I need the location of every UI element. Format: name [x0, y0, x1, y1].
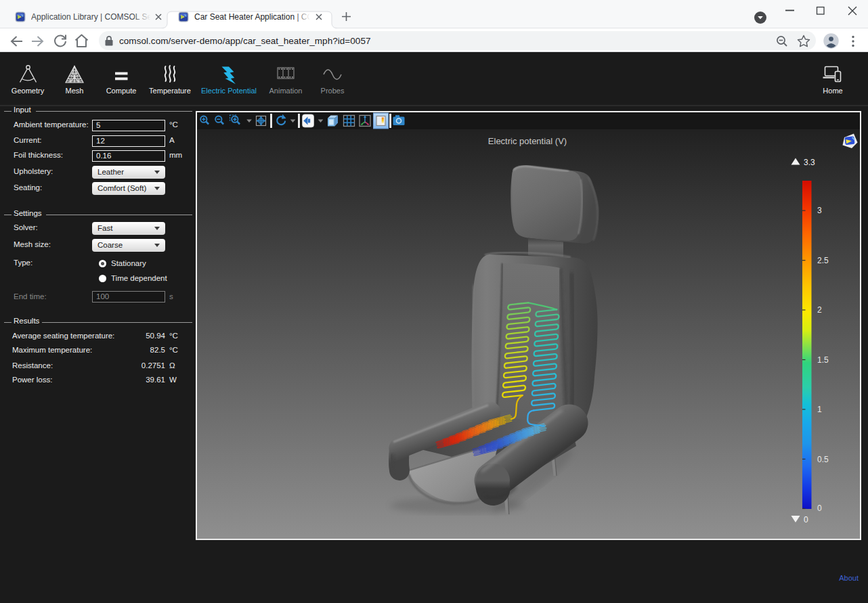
- svg-text:0.5: 0.5: [817, 455, 829, 464]
- svg-text:3.3: 3.3: [804, 158, 815, 167]
- svg-text:0: 0: [817, 504, 822, 513]
- svg-text:3: 3: [817, 206, 822, 215]
- svg-text:1.5: 1.5: [817, 355, 829, 365]
- svg-text:0: 0: [804, 515, 808, 524]
- svg-text:Electric potential (V): Electric potential (V): [488, 136, 567, 146]
- svg-text:2.5: 2.5: [817, 256, 829, 265]
- svg-text:2: 2: [817, 305, 822, 315]
- svg-text:1: 1: [817, 405, 822, 414]
